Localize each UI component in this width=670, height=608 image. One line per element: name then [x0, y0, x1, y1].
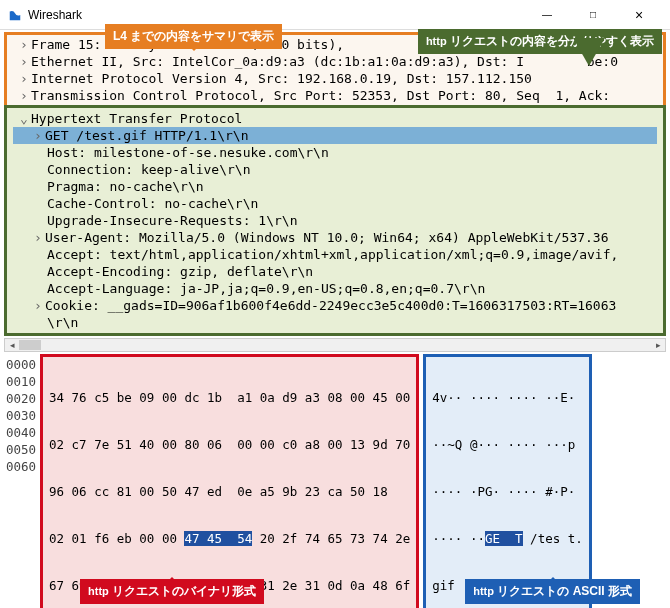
ascii-row[interactable]: ··~Q @··· ···· ···p	[432, 436, 583, 453]
summary-line[interactable]: Transmission Control Protocol, Src Port:…	[31, 88, 610, 103]
http-header[interactable]: User-Agent: Mozilla/5.0 (Windows NT 10.0…	[45, 230, 609, 245]
expand-icon[interactable]: ›	[17, 54, 31, 69]
http-header[interactable]: Accept-Language: ja-JP,ja;q=0.9,en-US;q=…	[47, 281, 485, 296]
annotation-summary: L4 までの内容をサマリで表示	[105, 24, 282, 49]
http-header[interactable]: Host: milestone-of-se.nesuke.com\r\n	[47, 145, 329, 160]
maximize-button[interactable]: □	[570, 0, 616, 30]
http-request-line[interactable]: GET /test.gif HTTP/1.1\r\n	[45, 128, 249, 143]
window-title: Wireshark	[28, 8, 524, 22]
hex-row[interactable]: 02 01 f6 eb 00 00 47 45 54 20 2f 74 65 7…	[49, 530, 410, 547]
expand-icon[interactable]: ›	[17, 37, 31, 52]
scroll-right-icon[interactable]: ▸	[651, 339, 665, 351]
annotation-ascii: http リクエストの ASCII 形式	[465, 579, 640, 604]
ascii-selection: GE T	[485, 531, 523, 546]
http-header[interactable]: Cache-Control: no-cache\r\n	[47, 196, 258, 211]
expand-icon[interactable]: ›	[31, 230, 45, 245]
http-title[interactable]: Hypertext Transfer Protocol	[31, 111, 242, 126]
hex-offset-column: 0000 0010 0020 0030 0040 0050 0060	[4, 354, 40, 608]
summary-line[interactable]: Ethernet II, Src: IntelCor_0a:d9:a3 (dc:…	[31, 54, 618, 69]
ascii-column[interactable]: 4v·· ···· ···· ··E· ··~Q @··· ···· ···p …	[423, 354, 592, 608]
horizontal-scrollbar[interactable]: ◂ ▸	[4, 338, 666, 352]
http-details-pane[interactable]: ⌄Hypertext Transfer Protocol ›GET /test.…	[4, 105, 666, 336]
hex-selection: 47 45 54	[184, 531, 252, 546]
close-button[interactable]: ×	[616, 0, 662, 30]
hex-row[interactable]: 34 76 c5 be 09 00 dc 1b a1 0a d9 a3 08 0…	[49, 389, 410, 406]
http-header[interactable]: Cookie: __gads=ID=906af1b600f4e6dd-2249e…	[45, 298, 616, 313]
title-bar: Wireshark — □ ×	[0, 0, 670, 30]
http-header[interactable]: \r\n	[47, 315, 78, 330]
http-header[interactable]: Accept-Encoding: gzip, deflate\r\n	[47, 264, 313, 279]
ascii-row[interactable]: ···· ··GE T /tes t.	[432, 530, 583, 547]
expand-icon[interactable]: ›	[31, 128, 45, 143]
annotation-binary: http リクエストのバイナリ形式	[80, 579, 264, 604]
hex-bytes-column[interactable]: 34 76 c5 be 09 00 dc 1b a1 0a d9 a3 08 0…	[40, 354, 419, 608]
scroll-left-icon[interactable]: ◂	[5, 339, 19, 351]
annotation-http-content: http リクエストの内容を分かりやすく表示	[418, 29, 662, 54]
ascii-row[interactable]: ···· ·PG· ···· #·P·	[432, 483, 583, 500]
ascii-row[interactable]: 4v·· ···· ···· ··E·	[432, 389, 583, 406]
http-header[interactable]: Pragma: no-cache\r\n	[47, 179, 204, 194]
http-header[interactable]: Upgrade-Insecure-Requests: 1\r\n	[47, 213, 297, 228]
summary-line[interactable]: Internet Protocol Version 4, Src: 192.16…	[31, 71, 532, 86]
expand-icon[interactable]: ›	[17, 71, 31, 86]
hex-dump-pane[interactable]: 0000 0010 0020 0030 0040 0050 0060 34 76…	[4, 354, 666, 608]
expand-icon[interactable]: ›	[17, 88, 31, 103]
hex-row[interactable]: 96 06 cc 81 00 50 47 ed 0e a5 9b 23 ca 5…	[49, 483, 410, 500]
wireshark-icon	[8, 8, 22, 22]
minimize-button[interactable]: —	[524, 0, 570, 30]
scroll-thumb[interactable]	[19, 340, 41, 350]
http-header[interactable]: Connection: keep-alive\r\n	[47, 162, 251, 177]
http-header[interactable]: Accept: text/html,application/xhtml+xml,…	[47, 247, 618, 262]
expand-icon[interactable]: ›	[31, 298, 45, 313]
collapse-icon[interactable]: ⌄	[17, 111, 31, 126]
hex-row[interactable]: 02 c7 7e 51 40 00 80 06 00 00 c0 a8 00 1…	[49, 436, 410, 453]
